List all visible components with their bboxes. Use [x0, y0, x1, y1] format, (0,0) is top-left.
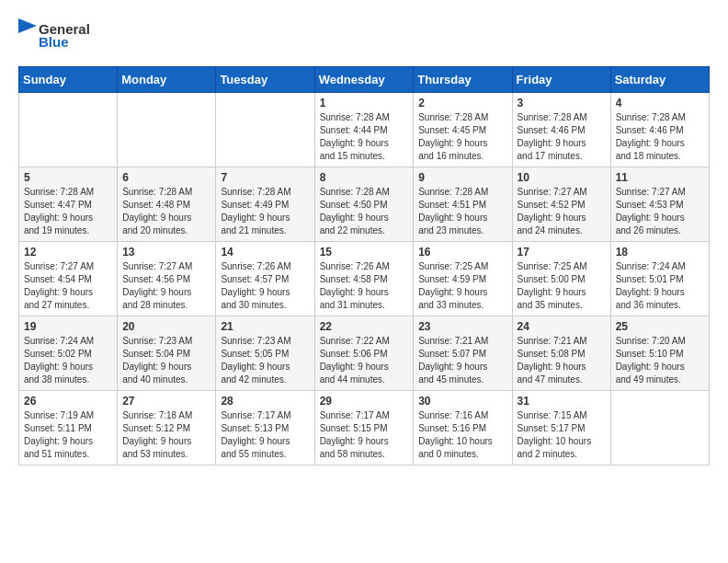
calendar-cell: 21Sunrise: 7:23 AM Sunset: 5:05 PM Dayli… — [216, 316, 314, 391]
calendar-week-row: 19Sunrise: 7:24 AM Sunset: 5:02 PM Dayli… — [19, 316, 710, 391]
day-number: 19 — [24, 320, 112, 333]
calendar-cell: 6Sunrise: 7:28 AM Sunset: 4:48 PM Daylig… — [118, 167, 216, 242]
calendar-cell: 15Sunrise: 7:26 AM Sunset: 4:58 PM Dayli… — [314, 242, 414, 316]
calendar-cell: 1Sunrise: 7:28 AM Sunset: 4:44 PM Daylig… — [314, 93, 414, 167]
calendar-cell: 20Sunrise: 7:23 AM Sunset: 5:04 PM Dayli… — [118, 316, 216, 391]
calendar-cell: 22Sunrise: 7:22 AM Sunset: 5:06 PM Dayli… — [314, 316, 414, 391]
calendar-cell: 28Sunrise: 7:17 AM Sunset: 5:13 PM Dayli… — [216, 391, 314, 465]
day-info: Sunrise: 7:27 AM Sunset: 4:53 PM Dayligh… — [616, 186, 704, 237]
day-number: 8 — [320, 171, 409, 184]
column-header-friday: Friday — [512, 67, 610, 93]
calendar-cell: 25Sunrise: 7:20 AM Sunset: 5:10 PM Dayli… — [610, 316, 709, 391]
calendar-cell: 13Sunrise: 7:27 AM Sunset: 4:56 PM Dayli… — [118, 242, 216, 316]
day-info: Sunrise: 7:21 AM Sunset: 5:07 PM Dayligh… — [418, 335, 506, 386]
logo: GeneralBlue — [18, 18, 90, 52]
day-number: 3 — [518, 97, 606, 109]
calendar-cell: 31Sunrise: 7:15 AM Sunset: 5:17 PM Dayli… — [512, 391, 610, 465]
calendar-cell: 26Sunrise: 7:19 AM Sunset: 5:11 PM Dayli… — [19, 391, 118, 465]
day-number: 13 — [122, 246, 210, 259]
day-number: 1 — [320, 97, 409, 109]
calendar-week-row: 12Sunrise: 7:27 AM Sunset: 4:54 PM Dayli… — [19, 242, 710, 316]
day-number: 31 — [518, 395, 606, 408]
day-info: Sunrise: 7:27 AM Sunset: 4:54 PM Dayligh… — [24, 260, 112, 312]
calendar-cell: 10Sunrise: 7:27 AM Sunset: 4:52 PM Dayli… — [512, 167, 610, 242]
day-info: Sunrise: 7:15 AM Sunset: 5:17 PM Dayligh… — [518, 409, 606, 461]
calendar-cell: 2Sunrise: 7:28 AM Sunset: 4:45 PM Daylig… — [414, 93, 512, 167]
day-info: Sunrise: 7:27 AM Sunset: 4:52 PM Dayligh… — [518, 186, 606, 237]
calendar-table: SundayMondayTuesdayWednesdayThursdayFrid… — [18, 66, 710, 465]
day-info: Sunrise: 7:19 AM Sunset: 5:11 PM Dayligh… — [24, 409, 112, 461]
day-number: 26 — [24, 395, 112, 408]
day-number: 2 — [418, 97, 506, 109]
day-number: 12 — [24, 246, 112, 259]
column-header-monday: Monday — [118, 67, 216, 93]
calendar-cell: 18Sunrise: 7:24 AM Sunset: 5:01 PM Dayli… — [610, 242, 709, 316]
day-number: 17 — [518, 246, 606, 259]
day-number: 15 — [320, 246, 409, 259]
column-header-saturday: Saturday — [610, 67, 709, 93]
day-number: 10 — [518, 171, 606, 184]
day-number: 6 — [122, 171, 210, 184]
day-info: Sunrise: 7:17 AM Sunset: 5:13 PM Dayligh… — [221, 409, 309, 461]
day-number: 28 — [221, 395, 309, 408]
calendar-cell: 27Sunrise: 7:18 AM Sunset: 5:12 PM Dayli… — [118, 391, 216, 465]
calendar-cell: 23Sunrise: 7:21 AM Sunset: 5:07 PM Dayli… — [414, 316, 512, 391]
calendar-cell: 12Sunrise: 7:27 AM Sunset: 4:54 PM Dayli… — [19, 242, 118, 316]
calendar-cell: 14Sunrise: 7:26 AM Sunset: 4:57 PM Dayli… — [216, 242, 314, 316]
day-info: Sunrise: 7:28 AM Sunset: 4:51 PM Dayligh… — [418, 186, 506, 237]
calendar-cell — [216, 93, 314, 167]
day-info: Sunrise: 7:24 AM Sunset: 5:01 PM Dayligh… — [616, 260, 704, 312]
calendar-cell: 16Sunrise: 7:25 AM Sunset: 4:59 PM Dayli… — [414, 242, 512, 316]
calendar-cell: 7Sunrise: 7:28 AM Sunset: 4:49 PM Daylig… — [216, 167, 314, 242]
calendar-week-row: 26Sunrise: 7:19 AM Sunset: 5:11 PM Dayli… — [19, 391, 710, 465]
day-info: Sunrise: 7:27 AM Sunset: 4:56 PM Dayligh… — [122, 260, 210, 312]
day-info: Sunrise: 7:28 AM Sunset: 4:45 PM Dayligh… — [418, 111, 506, 163]
day-info: Sunrise: 7:22 AM Sunset: 5:06 PM Dayligh… — [320, 335, 409, 386]
column-header-wednesday: Wednesday — [314, 67, 414, 93]
day-info: Sunrise: 7:18 AM Sunset: 5:12 PM Dayligh… — [122, 409, 210, 461]
column-header-thursday: Thursday — [414, 67, 512, 93]
day-info: Sunrise: 7:25 AM Sunset: 5:00 PM Dayligh… — [518, 260, 606, 312]
day-info: Sunrise: 7:28 AM Sunset: 4:46 PM Dayligh… — [518, 111, 606, 163]
day-info: Sunrise: 7:26 AM Sunset: 4:58 PM Dayligh… — [320, 260, 409, 312]
day-info: Sunrise: 7:28 AM Sunset: 4:46 PM Dayligh… — [616, 111, 704, 163]
calendar-cell: 17Sunrise: 7:25 AM Sunset: 5:00 PM Dayli… — [512, 242, 610, 316]
calendar-header-row: SundayMondayTuesdayWednesdayThursdayFrid… — [19, 67, 710, 93]
calendar-cell: 8Sunrise: 7:28 AM Sunset: 4:50 PM Daylig… — [314, 167, 414, 242]
calendar-cell: 9Sunrise: 7:28 AM Sunset: 4:51 PM Daylig… — [414, 167, 512, 242]
calendar-cell: 19Sunrise: 7:24 AM Sunset: 5:02 PM Dayli… — [19, 316, 118, 391]
day-number: 29 — [320, 395, 409, 408]
page-header: GeneralBlue — [18, 18, 710, 52]
day-number: 27 — [122, 395, 210, 408]
day-info: Sunrise: 7:26 AM Sunset: 4:57 PM Dayligh… — [221, 260, 309, 312]
calendar-cell: 5Sunrise: 7:28 AM Sunset: 4:47 PM Daylig… — [19, 167, 118, 242]
day-number: 24 — [518, 320, 606, 333]
day-number: 7 — [221, 171, 309, 184]
day-info: Sunrise: 7:24 AM Sunset: 5:02 PM Dayligh… — [24, 335, 112, 386]
day-number: 5 — [24, 171, 112, 184]
day-info: Sunrise: 7:28 AM Sunset: 4:44 PM Dayligh… — [320, 111, 409, 163]
calendar-week-row: 1Sunrise: 7:28 AM Sunset: 4:44 PM Daylig… — [19, 93, 710, 167]
calendar-cell — [19, 93, 118, 167]
day-info: Sunrise: 7:23 AM Sunset: 5:04 PM Dayligh… — [122, 335, 210, 386]
day-number: 11 — [616, 171, 704, 184]
calendar-cell — [118, 93, 216, 167]
day-number: 14 — [221, 246, 309, 259]
day-info: Sunrise: 7:28 AM Sunset: 4:48 PM Dayligh… — [122, 186, 210, 237]
column-header-tuesday: Tuesday — [216, 67, 314, 93]
day-info: Sunrise: 7:28 AM Sunset: 4:47 PM Dayligh… — [24, 186, 112, 237]
day-number: 18 — [616, 246, 704, 259]
day-number: 23 — [418, 320, 506, 333]
day-info: Sunrise: 7:20 AM Sunset: 5:10 PM Dayligh… — [616, 335, 704, 386]
calendar-cell: 3Sunrise: 7:28 AM Sunset: 4:46 PM Daylig… — [512, 93, 610, 167]
column-header-sunday: Sunday — [19, 67, 118, 93]
day-info: Sunrise: 7:16 AM Sunset: 5:16 PM Dayligh… — [418, 409, 506, 461]
calendar-cell — [610, 391, 709, 465]
svg-marker-0 — [18, 18, 37, 33]
calendar-cell: 29Sunrise: 7:17 AM Sunset: 5:15 PM Dayli… — [314, 391, 414, 465]
calendar-cell: 11Sunrise: 7:27 AM Sunset: 4:53 PM Dayli… — [610, 167, 709, 242]
day-number: 25 — [616, 320, 704, 333]
day-number: 9 — [418, 171, 506, 184]
day-number: 20 — [122, 320, 210, 333]
day-number: 4 — [616, 97, 704, 109]
